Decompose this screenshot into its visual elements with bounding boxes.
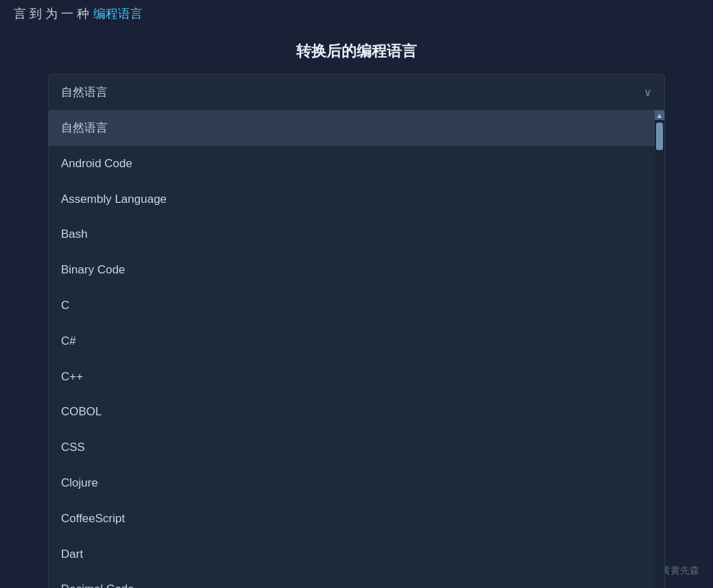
list-item[interactable]: Clojure: [49, 465, 655, 501]
list-item[interactable]: CSS: [49, 430, 655, 465]
dropdown-trigger[interactable]: 自然语言 ∨: [48, 74, 665, 110]
scrollbar[interactable]: ▲ ▼: [655, 110, 664, 588]
list-item[interactable]: COBOL: [49, 394, 655, 430]
list-item[interactable]: Bash: [49, 217, 655, 252]
dropdown-selected-value: 自然语言: [61, 84, 108, 100]
dropdown-container: 自然语言 ∨ 自然语言Android CodeAssembly Language…: [48, 74, 665, 110]
dropdown-list-wrapper: 自然语言Android CodeAssembly LanguageBashBin…: [48, 110, 665, 588]
scrollbar-thumb[interactable]: [656, 123, 663, 150]
list-item[interactable]: C#: [49, 323, 655, 359]
scroll-up-arrow[interactable]: ▲: [655, 110, 664, 120]
list-item[interactable]: Decimal Code: [49, 572, 655, 588]
list-item[interactable]: Dart: [49, 537, 655, 572]
chevron-down-icon: ∨: [644, 86, 652, 99]
list-item[interactable]: C++: [49, 359, 655, 395]
page-title: 转换后的编程语言: [0, 27, 713, 74]
list-item[interactable]: C: [49, 288, 655, 323]
scrollbar-track: [656, 121, 663, 588]
dropdown-list: 自然语言Android CodeAssembly LanguageBashBin…: [49, 110, 655, 588]
top-bar-prefix: 言 到 为 一 种: [14, 5, 89, 22]
list-item[interactable]: Assembly Language: [49, 182, 655, 217]
list-item[interactable]: Binary Code: [49, 252, 655, 288]
list-item[interactable]: Android Code: [49, 146, 655, 182]
top-bar-highlight: 编程语言: [93, 5, 143, 22]
list-item[interactable]: 自然语言: [49, 110, 655, 146]
top-bar: 言 到 为 一 种 编程语言: [0, 0, 713, 27]
list-item[interactable]: CoffeeScript: [49, 501, 655, 537]
